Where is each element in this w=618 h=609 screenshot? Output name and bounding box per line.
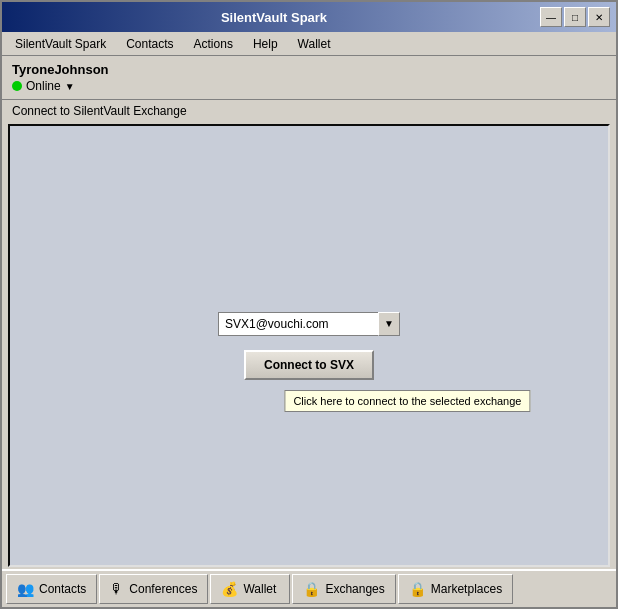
menu-contacts[interactable]: Contacts — [117, 34, 182, 54]
tab-wallet[interactable]: 💰 Wallet — [210, 574, 290, 604]
wallet-icon: 💰 — [221, 581, 238, 597]
conferences-icon: 🎙 — [110, 581, 124, 597]
status-text: Online — [26, 79, 61, 93]
tab-wallet-label: Wallet — [243, 582, 276, 596]
tab-contacts[interactable]: 👥 Contacts — [6, 574, 97, 604]
tab-bar: 👥 Contacts 🎙 Conferences 💰 Wallet 🔒 Exch… — [2, 569, 616, 607]
menu-actions[interactable]: Actions — [185, 34, 242, 54]
connect-button[interactable]: Connect to SVX — [244, 350, 374, 380]
window-title: SilentVault Spark — [8, 10, 540, 25]
tab-exchanges-label: Exchanges — [325, 582, 384, 596]
dropdown-arrow-button[interactable]: ▼ — [378, 312, 400, 336]
tab-conferences-label: Conferences — [129, 582, 197, 596]
form-area: ▼ Connect to SVX Click here to connect t… — [218, 312, 400, 380]
user-bar: TyroneJohnson Online ▼ — [2, 56, 616, 100]
exchange-dropdown-input[interactable] — [218, 312, 378, 336]
exchange-dropdown-row: ▼ — [218, 312, 400, 336]
user-status-row: Online ▼ — [12, 79, 606, 93]
marketplaces-icon: 🔒 — [409, 581, 426, 597]
menu-help[interactable]: Help — [244, 34, 287, 54]
main-window: SilentVault Spark — □ ✕ SilentVault Spar… — [0, 0, 618, 609]
tab-marketplaces-label: Marketplaces — [431, 582, 502, 596]
user-name: TyroneJohnson — [12, 62, 606, 77]
title-bar-controls: — □ ✕ — [540, 7, 610, 27]
tab-contacts-label: Contacts — [39, 582, 86, 596]
title-bar: SilentVault Spark — □ ✕ — [2, 2, 616, 32]
section-title: Connect to SilentVault Exchange — [2, 100, 616, 122]
main-content: ▼ Connect to SVX Click here to connect t… — [8, 124, 610, 567]
exchanges-icon: 🔒 — [303, 581, 320, 597]
menu-bar: SilentVault Spark Contacts Actions Help … — [2, 32, 616, 56]
close-button[interactable]: ✕ — [588, 7, 610, 27]
minimize-button[interactable]: — — [540, 7, 562, 27]
status-dot — [12, 81, 22, 91]
status-dropdown-arrow[interactable]: ▼ — [65, 81, 75, 92]
menu-wallet[interactable]: Wallet — [289, 34, 340, 54]
connect-tooltip: Click here to connect to the selected ex… — [284, 390, 530, 412]
tab-exchanges[interactable]: 🔒 Exchanges — [292, 574, 395, 604]
tab-conferences[interactable]: 🎙 Conferences — [99, 574, 208, 604]
maximize-button[interactable]: □ — [564, 7, 586, 27]
contacts-icon: 👥 — [17, 581, 34, 597]
menu-silentvault[interactable]: SilentVault Spark — [6, 34, 115, 54]
tab-marketplaces[interactable]: 🔒 Marketplaces — [398, 574, 513, 604]
